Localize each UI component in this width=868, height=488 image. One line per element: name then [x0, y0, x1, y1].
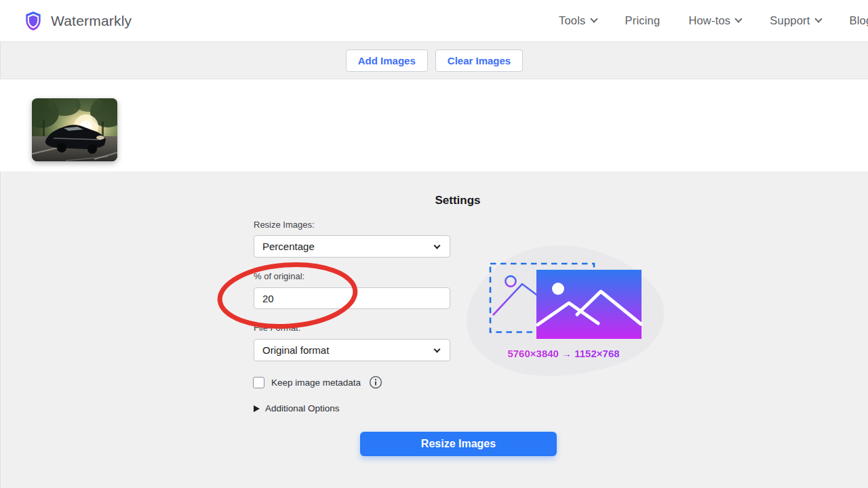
info-icon[interactable]: [369, 375, 382, 389]
settings-title: Settings: [435, 194, 480, 207]
file-format-value: Original format: [262, 344, 329, 356]
resize-mode-value: Percentage: [262, 241, 315, 252]
nav-item-how-tos[interactable]: How-tos: [688, 14, 741, 27]
chevron-down-icon: [590, 15, 597, 22]
original-image-dashed-box: [490, 264, 594, 332]
nav-item-pricing[interactable]: Pricing: [625, 14, 660, 27]
mountain-right: [577, 291, 641, 324]
nav-menu: Tools Pricing How-tos Support Blog: [559, 0, 868, 41]
nav-item-label: How-tos: [688, 14, 730, 27]
sun-icon: [552, 283, 564, 295]
file-format-select[interactable]: Original format: [254, 339, 450, 361]
small-mountain-line: [493, 284, 538, 315]
percent-input[interactable]: [254, 287, 450, 309]
mountain-left: [538, 303, 598, 325]
chevron-down-icon: [814, 15, 822, 22]
resize-images-button[interactable]: Resize Images: [360, 432, 557, 456]
dimensions-preview-text: 5760×3840 → 1152×768: [507, 348, 619, 359]
additional-options-toggle[interactable]: Additional Options: [254, 403, 340, 413]
nav-item-label: Tools: [559, 14, 586, 27]
resize-mode-select[interactable]: Percentage: [254, 235, 450, 258]
resize-preview-illustration: [462, 243, 669, 381]
clear-images-button[interactable]: Clear Images: [435, 49, 523, 72]
top-navbar: Watermarkly Tools Pricing How-tos Suppor…: [0, 0, 868, 42]
chevron-down-icon: [735, 15, 743, 22]
nav-item-tools[interactable]: Tools: [559, 14, 597, 27]
nav-item-blog[interactable]: Blog: [850, 14, 868, 27]
resized-image-box: [536, 270, 642, 339]
keep-metadata-row: Keep image metadata: [253, 375, 382, 389]
uploaded-images-strip: [0, 79, 868, 171]
keep-metadata-checkbox[interactable]: [253, 377, 264, 388]
nav-item-label: Pricing: [625, 14, 660, 27]
chevron-down-icon: [434, 243, 441, 249]
nav-item-support[interactable]: Support: [770, 14, 821, 27]
resize-mode-label: Resize Images:: [254, 220, 315, 230]
image-thumbnail[interactable]: [32, 98, 117, 161]
settings-panel: Settings Resize Images: Percentage % of …: [0, 171, 868, 488]
file-format-label: File Format:: [254, 323, 300, 333]
keep-metadata-label: Keep image metadata: [271, 378, 361, 388]
triangle-right-icon: [254, 405, 260, 412]
brand-name: Watermarkly: [51, 13, 132, 29]
small-sun-outline: [505, 276, 515, 286]
nav-item-label: Support: [770, 14, 810, 27]
percent-label: % of original:: [254, 271, 304, 281]
add-images-button[interactable]: Add Images: [346, 49, 428, 72]
additional-options-label: Additional Options: [265, 403, 340, 413]
chevron-down-icon: [434, 346, 441, 353]
brand-logo[interactable]: Watermarkly: [24, 0, 132, 41]
nav-item-label: Blog: [850, 14, 868, 27]
shield-icon: [24, 11, 42, 31]
image-actions-toolbar: Add Images Clear Images: [0, 42, 868, 79]
